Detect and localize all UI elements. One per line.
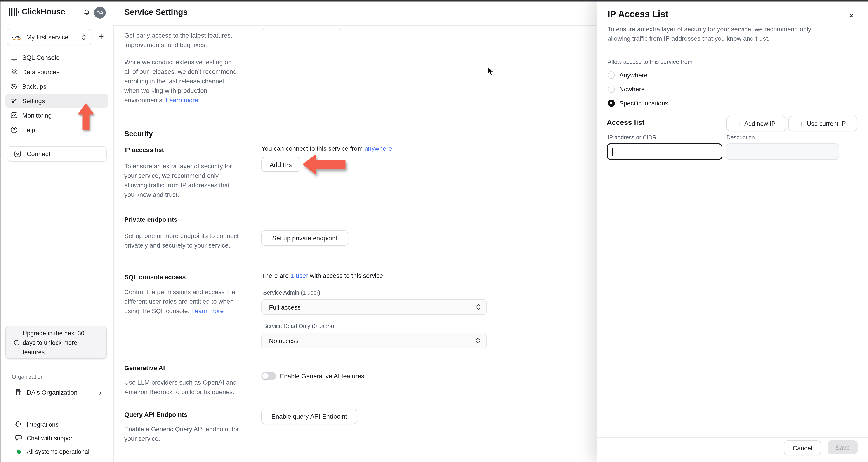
anywhere-link[interactable]: anywhere xyxy=(365,145,392,152)
add-new-ip-button[interactable]: + Add new IP xyxy=(726,116,786,131)
radio-circle-selected-icon[interactable] xyxy=(608,99,615,107)
connect-icon xyxy=(13,150,22,158)
upgrade-notice[interactable]: Upgrade in the next 30 days to unlock mo… xyxy=(5,326,107,359)
service-admin-label: Service Admin (1 user) xyxy=(263,290,320,296)
description-field-label: Description xyxy=(726,135,755,141)
panel-footer-divider xyxy=(597,437,868,438)
sidebar-item-chat-support[interactable]: Chat with support xyxy=(5,431,108,445)
radio-anywhere[interactable]: Anywhere xyxy=(608,70,725,80)
window-top-edge xyxy=(0,0,868,2)
monitoring-icon xyxy=(10,111,18,119)
chevron-updown-icon xyxy=(475,337,481,344)
radio-circle-icon[interactable] xyxy=(608,71,615,79)
data-sources-icon xyxy=(10,68,18,76)
building-icon xyxy=(14,388,23,396)
panel-title: IP Access List xyxy=(608,9,669,20)
sidebar-divider xyxy=(0,413,114,413)
setup-private-endpoint-button[interactable]: Set up private endpoint xyxy=(261,230,348,246)
ip-access-list-label: IP access list xyxy=(124,146,164,153)
save-button[interactable]: Save xyxy=(828,440,858,454)
generative-ai-toggle[interactable] xyxy=(261,372,276,380)
plus-icon: + xyxy=(737,120,741,127)
security-heading: Security xyxy=(124,130,153,138)
sidebar-item-label: SQL Console xyxy=(22,54,60,61)
learn-more-link[interactable]: Learn more xyxy=(166,96,198,104)
radio-nowhere[interactable]: Nowhere xyxy=(608,84,725,94)
plus-icon: + xyxy=(800,120,804,127)
bell-icon[interactable] xyxy=(83,8,91,17)
svg-text:aws: aws xyxy=(12,34,20,39)
intro-paragraph-2: While we conduct extensive testing on al… xyxy=(124,57,260,105)
service-admin-value: Full access xyxy=(269,304,301,311)
settings-icon xyxy=(10,97,18,105)
learn-more-link-2[interactable]: Learn more xyxy=(191,307,223,315)
ip-access-list-desc: To ensure an extra layer of security for… xyxy=(124,162,260,200)
organization-label: Organization xyxy=(12,374,44,380)
ip-address-input[interactable] xyxy=(607,143,722,160)
aws-logo-icon: aws xyxy=(12,34,23,40)
service-readonly-select[interactable]: No access xyxy=(261,333,487,348)
status-green-dot-icon xyxy=(14,450,23,454)
enable-query-api-button[interactable]: Enable query API Endpoint xyxy=(261,409,357,424)
sidebar-item-label: Data sources xyxy=(22,68,59,76)
toggle-knob xyxy=(262,373,269,379)
add-ips-button[interactable]: Add IPs xyxy=(261,157,300,172)
text-caret xyxy=(612,148,613,156)
organization-row[interactable]: DA's Organization › xyxy=(5,385,108,399)
sidebar: ClickHouse DA aws My first service + xyxy=(0,0,114,462)
radio-label: Anywhere xyxy=(619,71,648,79)
radio-label: Specific locations xyxy=(619,99,668,107)
clickhouse-logo-icon xyxy=(8,6,20,18)
annotation-arrow-left xyxy=(302,154,347,176)
add-service-button[interactable]: + xyxy=(96,31,107,42)
chevron-right-icon: › xyxy=(99,388,102,396)
connect-button[interactable]: Connect xyxy=(7,146,107,162)
page-title: Service Settings xyxy=(124,8,188,17)
sidebar-item-integrations[interactable]: Integrations xyxy=(5,418,108,431)
chevron-updown-icon xyxy=(81,34,86,40)
help-icon xyxy=(10,126,18,134)
sidebar-item-sql-console[interactable]: SQL Console xyxy=(5,50,108,65)
panel-desc: To ensure an extra layer of security for… xyxy=(608,24,857,44)
integrations-label: Integrations xyxy=(27,421,59,428)
section-divider xyxy=(124,124,397,124)
one-user-link[interactable]: 1 user xyxy=(290,272,308,279)
sidebar-item-label: Help xyxy=(22,126,35,134)
service-readonly-label: Service Read Only (0 users) xyxy=(263,323,334,329)
connect-label: Connect xyxy=(27,150,50,157)
system-status-row[interactable]: All systems operational xyxy=(5,445,108,458)
radio-label: Nowhere xyxy=(619,86,645,93)
upgrade-text: Upgrade in the next 30 days to unlock mo… xyxy=(23,328,102,357)
sidebar-item-backups[interactable]: Backups xyxy=(5,79,108,94)
window-left-edge xyxy=(0,0,1,462)
radio-circle-icon[interactable] xyxy=(608,86,615,93)
allow-access-label: Allow access to this service from xyxy=(608,58,692,65)
access-list-heading: Access list xyxy=(607,119,645,127)
users-with-access-text: There are 1 user with access to this ser… xyxy=(261,272,385,279)
service-selector[interactable]: aws My first service xyxy=(7,29,91,45)
service-name: My first service xyxy=(26,33,81,41)
query-api-endpoints-desc: Enable a Generic Query API endpoint for … xyxy=(124,425,260,443)
ip-access-status: You can connect to this service from any… xyxy=(261,145,392,152)
sql-console-access-label: SQL console access xyxy=(124,273,186,281)
description-input[interactable] xyxy=(726,143,839,160)
generative-ai-toggle-label: Enable Generative AI features xyxy=(280,372,364,380)
service-admin-select[interactable]: Full access xyxy=(261,299,487,315)
release-channel-select-cutoff[interactable] xyxy=(262,26,341,30)
radio-specific-locations[interactable]: Specific locations xyxy=(608,98,725,108)
close-icon[interactable]: ✕ xyxy=(846,11,856,21)
sql-console-access-desc: Control the permissions and access that … xyxy=(124,287,260,316)
sidebar-item-label: Settings xyxy=(22,97,45,105)
status-label: All systems operational xyxy=(27,448,90,455)
sidebar-item-data-sources[interactable]: Data sources xyxy=(5,65,108,79)
puzzle-icon xyxy=(14,421,23,429)
generative-ai-label: Generative AI xyxy=(124,364,165,372)
service-readonly-value: No access xyxy=(269,337,299,344)
organization-name: DA's Organization xyxy=(27,389,99,396)
private-endpoints-label: Private endpoints xyxy=(124,216,178,223)
chat-icon xyxy=(14,434,23,442)
cancel-button[interactable]: Cancel xyxy=(784,440,821,455)
panel-divider xyxy=(597,51,868,51)
avatar[interactable]: DA xyxy=(94,7,106,19)
use-current-ip-button[interactable]: + Use current IP xyxy=(788,116,857,131)
